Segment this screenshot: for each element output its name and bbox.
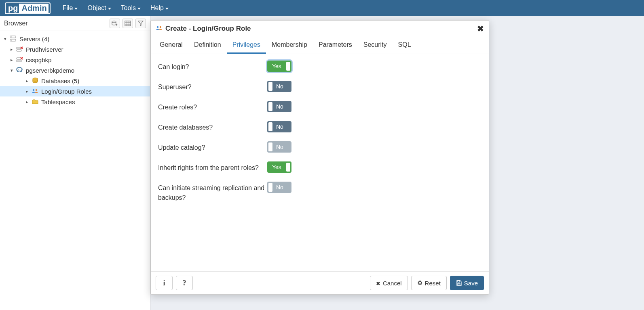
tree-label: Servers (4)	[19, 36, 49, 42]
toggle-label: No	[276, 184, 283, 191]
toggle-label: Yes	[272, 164, 281, 170]
cancel-button[interactable]: Cancel	[370, 276, 408, 290]
chevron-down-icon[interactable]: ▾	[2, 36, 8, 42]
main-menu: File Object Tools Help	[63, 4, 169, 12]
save-button[interactable]: Save	[450, 276, 484, 290]
close-icon[interactable]: ✖	[477, 24, 484, 34]
sql-info-button[interactable]: i	[156, 276, 173, 290]
help-icon: ?	[183, 279, 186, 287]
privilege-label: Create roles?	[158, 101, 267, 112]
cancel-label: Cancel	[383, 280, 402, 287]
menu-object-label: Object	[87, 4, 106, 12]
toggle-label: No	[276, 144, 283, 150]
chevron-right-icon[interactable]: ▸	[24, 89, 30, 94]
sidebar-header: Browser	[0, 16, 150, 31]
toggle-label: No	[276, 83, 283, 90]
group-roles-icon	[156, 25, 163, 32]
chevron-down-icon	[165, 8, 169, 10]
tree-login-roles[interactable]: ▸ Login/Group Roles	[0, 86, 150, 96]
privilege-label: Can login?	[158, 61, 267, 72]
privilege-label: Superuser?	[158, 81, 267, 92]
privilege-row: Update catalog?No	[158, 141, 481, 153]
reset-button[interactable]: Reset	[411, 276, 447, 290]
main: Browser ▾ Servers (4) ▸	[0, 16, 644, 310]
menu-file-label: File	[63, 4, 73, 12]
privilege-toggle: No	[267, 141, 291, 153]
toggle-handle	[268, 183, 272, 192]
svg-point-0	[112, 21, 116, 23]
menu-help-label: Help	[150, 4, 164, 12]
chevron-right-icon[interactable]: ▸	[9, 47, 15, 52]
svg-point-21	[33, 89, 34, 91]
browser-tree: ▾ Servers (4) ▸ Prudhviserver ▸ csspgbkp…	[0, 31, 150, 109]
tab-membership[interactable]: Membership	[266, 37, 313, 54]
reset-label: Reset	[425, 280, 441, 287]
tree-label: Login/Group Roles	[41, 88, 92, 95]
privilege-label: Can initiate streaming replication and b…	[158, 182, 267, 203]
chevron-down-icon	[74, 8, 78, 10]
tree-servers[interactable]: ▾ Servers (4)	[0, 34, 150, 44]
privilege-toggle[interactable]: Yes	[267, 161, 291, 173]
menu-object[interactable]: Object	[87, 4, 111, 12]
sidebar-title: Browser	[4, 20, 28, 27]
servers-icon	[10, 35, 17, 42]
chevron-down-icon[interactable]: ▾	[9, 68, 15, 73]
filter-button[interactable]	[135, 19, 146, 28]
sidebar: Browser ▾ Servers (4) ▸	[0, 16, 150, 310]
content-area: Create - Login/Group Role ✖ General Defi…	[150, 16, 644, 310]
privilege-toggle[interactable]: Yes	[267, 61, 291, 72]
tab-privileges[interactable]: Privileges	[227, 37, 266, 54]
create-role-dialog: Create - Login/Group Role ✖ General Defi…	[150, 20, 489, 295]
privilege-toggle[interactable]: No	[267, 81, 291, 92]
elephant-icon	[16, 67, 23, 74]
privilege-row: Inherit rights from the parent roles?Yes	[158, 161, 481, 173]
privilege-row: Can login?Yes	[158, 61, 481, 72]
help-button[interactable]: ?	[176, 276, 193, 290]
info-icon: i	[163, 279, 165, 287]
tree-server-prudhvi[interactable]: ▸ Prudhviserver	[0, 44, 150, 54]
svg-rect-26	[458, 283, 460, 285]
save-icon	[456, 280, 462, 286]
privilege-toggle[interactable]: No	[267, 121, 291, 132]
query-tool-button[interactable]	[110, 19, 120, 28]
privilege-row: Can initiate streaming replication and b…	[158, 182, 481, 203]
tree-label: Tablespaces	[41, 98, 75, 105]
tree-label: Databases (5)	[41, 78, 79, 84]
svg-rect-11	[17, 50, 21, 51]
logo-admin: Admin	[20, 4, 48, 13]
privilege-row: Create roles?No	[158, 101, 481, 112]
tree-tablespaces[interactable]: ▸ Tablespaces	[0, 96, 150, 107]
toggle-handle	[268, 82, 272, 91]
database-icon	[32, 77, 39, 84]
app-logo: pgAdmin	[5, 2, 51, 14]
group-roles-icon	[32, 88, 39, 95]
tree-server-pgserverbkpdemo[interactable]: ▾ pgserverbkpdemo	[0, 65, 150, 75]
menu-file[interactable]: File	[63, 4, 78, 12]
toggle-handle	[268, 102, 272, 111]
tab-parameters[interactable]: Parameters	[313, 37, 358, 54]
menu-help[interactable]: Help	[150, 4, 169, 12]
tab-definition[interactable]: Definition	[188, 37, 227, 54]
save-label: Save	[464, 280, 478, 287]
tree-label: pgserverbkpdemo	[26, 67, 74, 74]
svg-point-24	[160, 26, 161, 27]
privilege-row: Superuser?No	[158, 81, 481, 92]
privilege-label: Create databases?	[158, 121, 267, 132]
chevron-right-icon[interactable]: ▸	[24, 78, 30, 84]
server-disconnected-icon	[16, 56, 23, 63]
view-data-button[interactable]	[122, 19, 133, 28]
privilege-toggle[interactable]: No	[267, 101, 291, 112]
tab-security[interactable]: Security	[358, 37, 393, 54]
close-icon	[376, 280, 380, 287]
chevron-right-icon[interactable]: ▸	[24, 99, 30, 105]
svg-point-9	[11, 40, 12, 41]
svg-rect-1	[125, 21, 131, 26]
svg-point-8	[11, 37, 12, 38]
menu-tools[interactable]: Tools	[121, 4, 141, 12]
privilege-label: Update catalog?	[158, 141, 267, 153]
tree-server-csspgbkp[interactable]: ▸ csspgbkp	[0, 54, 150, 65]
tree-databases[interactable]: ▸ Databases (5)	[0, 75, 150, 86]
tab-general[interactable]: General	[154, 37, 188, 54]
tab-sql[interactable]: SQL	[393, 37, 417, 54]
chevron-right-icon[interactable]: ▸	[9, 57, 15, 63]
